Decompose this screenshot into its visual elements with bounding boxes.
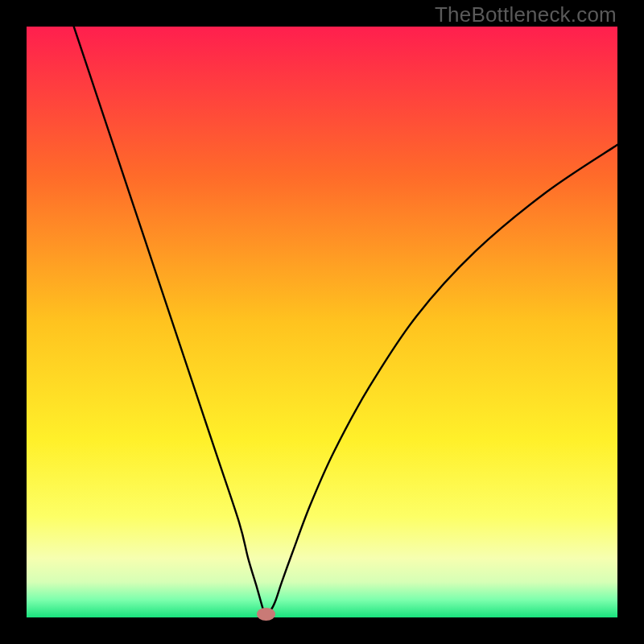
optimum-marker bbox=[257, 608, 275, 621]
plot-area bbox=[27, 27, 617, 617]
bottleneck-curve bbox=[27, 27, 617, 617]
chart-frame: TheBottleneck.com bbox=[0, 0, 644, 644]
watermark-text: TheBottleneck.com bbox=[435, 2, 617, 27]
